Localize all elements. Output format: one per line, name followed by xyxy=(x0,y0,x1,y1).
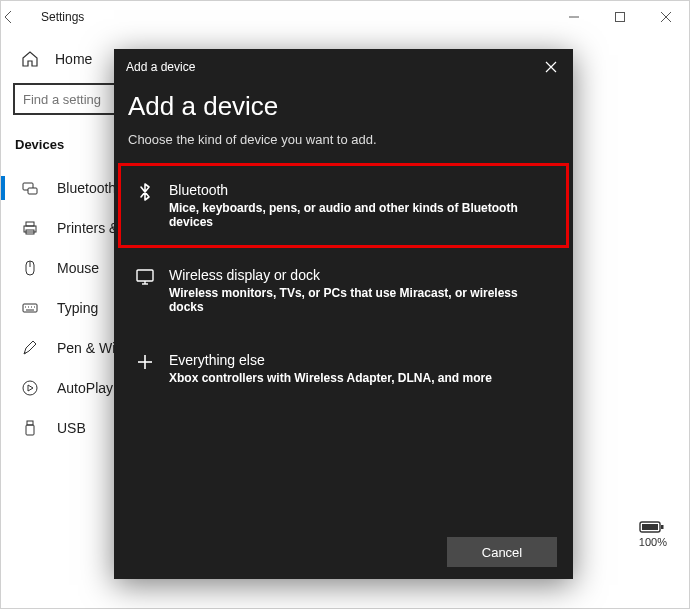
bluetooth-icon xyxy=(135,182,155,202)
option-title: Wireless display or dock xyxy=(169,267,552,283)
cancel-button[interactable]: Cancel xyxy=(447,537,557,567)
minimize-button[interactable] xyxy=(551,1,597,33)
autoplay-icon xyxy=(21,379,39,397)
svg-rect-1 xyxy=(616,13,625,22)
dialog-close-button[interactable] xyxy=(541,57,561,77)
option-title: Everything else xyxy=(169,352,492,368)
pen-icon xyxy=(21,339,39,357)
battery-status: 100% xyxy=(639,520,667,548)
sidebar-item-label: Mouse xyxy=(57,260,99,276)
option-desc: Xbox controllers with Wireless Adapter, … xyxy=(169,371,492,385)
maximize-button[interactable] xyxy=(597,1,643,33)
titlebar: Settings xyxy=(1,1,689,33)
svg-rect-24 xyxy=(137,270,153,281)
dialog-header: Add a device Choose the kind of device y… xyxy=(114,85,573,147)
add-device-dialog: Add a device Add a device Choose the kin… xyxy=(114,49,573,579)
svg-point-18 xyxy=(23,381,37,395)
dialog-title: Add a device xyxy=(128,91,559,122)
sidebar-item-label: USB xyxy=(57,420,86,436)
monitor-icon xyxy=(135,267,155,287)
option-desc: Mice, keyboards, pens, or audio and othe… xyxy=(169,201,552,229)
plus-icon xyxy=(135,352,155,372)
svg-rect-11 xyxy=(23,304,37,312)
option-everything-else[interactable]: Everything else Xbox controllers with Wi… xyxy=(118,333,569,404)
back-button[interactable] xyxy=(1,9,41,25)
option-desc: Wireless monitors, TVs, or PCs that use … xyxy=(169,286,552,314)
window-title: Settings xyxy=(41,10,84,24)
bluetooth-devices-icon xyxy=(21,179,39,197)
home-icon xyxy=(21,50,39,68)
dialog-footer: Cancel xyxy=(447,537,557,567)
svg-rect-22 xyxy=(661,525,664,529)
dialog-subtitle: Choose the kind of device you want to ad… xyxy=(128,132,559,147)
window-controls xyxy=(551,1,689,33)
svg-rect-7 xyxy=(26,222,34,226)
settings-window: Settings Home xyxy=(0,0,690,609)
usb-icon xyxy=(21,419,39,437)
svg-rect-5 xyxy=(28,188,37,194)
svg-point-17 xyxy=(24,352,26,354)
svg-rect-20 xyxy=(26,425,34,435)
battery-label: 100% xyxy=(639,536,667,548)
sidebar-item-label: Typing xyxy=(57,300,98,316)
option-wireless-display[interactable]: Wireless display or dock Wireless monito… xyxy=(118,248,569,333)
printer-icon xyxy=(21,219,39,237)
keyboard-icon xyxy=(21,299,39,317)
dialog-titlebar: Add a device xyxy=(114,49,573,85)
sidebar-item-label: AutoPlay xyxy=(57,380,113,396)
close-window-button[interactable] xyxy=(643,1,689,33)
sidebar-home-label: Home xyxy=(55,51,92,67)
svg-rect-19 xyxy=(27,421,33,425)
option-title: Bluetooth xyxy=(169,182,552,198)
option-bluetooth[interactable]: Bluetooth Mice, keyboards, pens, or audi… xyxy=(118,163,569,248)
mouse-icon xyxy=(21,259,39,277)
device-kind-list: Bluetooth Mice, keyboards, pens, or audi… xyxy=(114,163,573,404)
battery-icon xyxy=(639,520,667,534)
svg-rect-23 xyxy=(642,524,658,530)
dialog-small-title: Add a device xyxy=(126,60,195,74)
